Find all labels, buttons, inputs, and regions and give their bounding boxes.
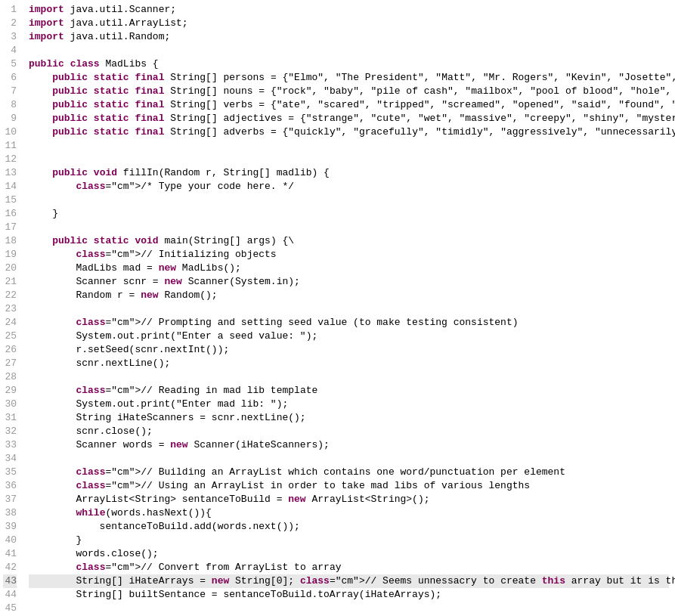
code-line: r.setSeed(scnr.nextInt()); [29,343,669,357]
line-number: 27 [3,357,17,370]
code-line: Random r = new Random(); [29,289,669,302]
code-line: public static final String[] persons = {… [29,71,669,85]
line-number: 38 [3,506,17,520]
code-line: ArrayList<String> sentanceToBuild = new … [29,493,669,506]
line-number: 28 [3,370,17,384]
line-number: 25 [3,330,17,343]
line-number: 1 [3,3,17,17]
code-line: scnr.close(); [29,425,669,438]
code-line: class="cm">/* Type your code here. */ [29,180,669,193]
code-line: public static final String[] nouns = {"r… [29,85,669,98]
line-number: 45 [3,602,17,615]
code-line: Scanner words = new Scanner(iHateScanner… [29,438,669,452]
code-line [29,221,669,234]
line-number: 43 [3,574,17,588]
code-line: class="cm">// Prompting and setting seed… [29,316,669,330]
code-line: public static final String[] adverbs = {… [29,125,669,139]
line-number: 16 [3,207,17,221]
line-number: 12 [3,153,17,166]
code-line: while(words.hasNext()){ [29,506,669,520]
line-number: 9 [3,112,17,125]
code-line: } [29,207,669,221]
line-number: 23 [3,302,17,316]
line-number: 40 [3,534,17,547]
code-line [29,602,669,615]
code-line: public static final String[] verbs = {"a… [29,98,669,112]
code-line: public class MadLibs { [29,57,669,71]
line-number: 20 [3,262,17,275]
code-line: import java.util.ArrayList; [29,17,669,30]
line-number: 33 [3,438,17,452]
code-line [29,302,669,316]
code-line: public static final String[] adjectives … [29,112,669,125]
code-line: String[] builtSentance = sentanceToBuild… [29,588,669,602]
line-number: 29 [3,384,17,398]
code-line: scnr.nextLine(); [29,357,669,370]
line-number: 44 [3,588,17,602]
line-number: 3 [3,30,17,44]
code-line: words.close(); [29,547,669,561]
code-line: Scanner scnr = new Scanner(System.in); [29,275,669,289]
code-line: import java.util.Random; [29,30,669,44]
line-number: 35 [3,466,17,479]
code-line [29,139,669,153]
line-number: 39 [3,520,17,534]
code-line: class="cm">// Initializing objects [29,248,669,262]
line-numbers: 1234567891011121314151617181920212223242… [0,0,23,616]
code-line: } [29,534,669,547]
code-line [29,452,669,466]
code-line: String[] iHateArrays = new String[0]; cl… [29,574,669,588]
code-line [29,370,669,384]
code-line: class="cm">// Convert from ArrayList to … [29,561,669,574]
line-number: 6 [3,71,17,85]
line-number: 10 [3,125,17,139]
line-number: 34 [3,452,17,466]
line-number: 31 [3,411,17,425]
line-number: 22 [3,289,17,302]
line-number: 11 [3,139,17,153]
line-number: 5 [3,57,17,71]
line-number: 8 [3,98,17,112]
code-line: public static void main(String[] args) {… [29,234,669,248]
line-number: 4 [3,44,17,57]
code-line: sentanceToBuild.add(words.next()); [29,520,669,534]
line-number: 36 [3,479,17,493]
line-number: 21 [3,275,17,289]
line-number: 41 [3,547,17,561]
code-line: import java.util.Scanner; [29,3,669,17]
line-number: 15 [3,193,17,207]
code-editor: 1234567891011121314151617181920212223242… [0,0,675,616]
line-number: 13 [3,166,17,180]
code-line: System.out.print("Enter mad lib: "); [29,398,669,411]
line-number: 26 [3,343,17,357]
line-number: 30 [3,398,17,411]
line-number: 42 [3,561,17,574]
line-number: 17 [3,221,17,234]
code-line [29,44,669,57]
line-number: 24 [3,316,17,330]
code-line [29,153,669,166]
code-line: public void fillIn(Random r, String[] ma… [29,166,669,180]
line-number: 19 [3,248,17,262]
line-number: 7 [3,85,17,98]
code-line: class="cm">// Building an ArrayList whic… [29,466,669,479]
code-line: MadLibs mad = new MadLibs(); [29,262,669,275]
line-number: 32 [3,425,17,438]
code-line: String iHateScanners = scnr.nextLine(); [29,411,669,425]
line-number: 37 [3,493,17,506]
code-line: System.out.print("Enter a seed value: ")… [29,330,669,343]
code-line: class="cm">// Using an ArrayList in orde… [29,479,669,493]
code-line: class="cm">// Reading in mad lib templat… [29,384,669,398]
code-content[interactable]: import java.util.Scanner;import java.uti… [23,0,675,616]
code-line [29,193,669,207]
line-number: 18 [3,234,17,248]
line-number: 14 [3,180,17,193]
line-number: 2 [3,17,17,30]
